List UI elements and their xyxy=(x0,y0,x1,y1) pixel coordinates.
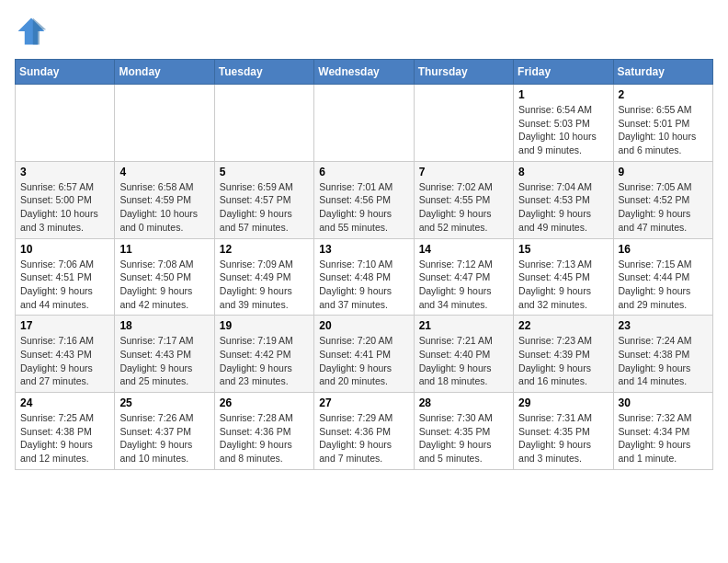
calendar-week-row: 24Sunrise: 7:25 AM Sunset: 4:38 PM Dayli… xyxy=(16,393,713,470)
day-info: Sunrise: 7:32 AM Sunset: 4:34 PM Dayligh… xyxy=(619,411,708,465)
day-info: Sunrise: 6:57 AM Sunset: 5:00 PM Dayligh… xyxy=(20,180,109,235)
day-number: 19 xyxy=(220,319,309,332)
day-info: Sunrise: 6:54 AM Sunset: 5:03 PM Dayligh… xyxy=(518,103,608,157)
calendar-cell: 2Sunrise: 6:55 AM Sunset: 5:01 PM Daylig… xyxy=(613,85,712,162)
calendar-cell xyxy=(16,85,115,162)
calendar-cell xyxy=(314,85,414,162)
day-number: 30 xyxy=(619,396,708,409)
day-number: 27 xyxy=(319,396,408,409)
calendar-cell: 11Sunrise: 7:08 AM Sunset: 4:50 PM Dayli… xyxy=(115,238,214,316)
day-info: Sunrise: 7:31 AM Sunset: 4:35 PM Dayligh… xyxy=(518,411,608,465)
calendar-cell: 17Sunrise: 7:16 AM Sunset: 4:43 PM Dayli… xyxy=(16,316,115,393)
weekday-header: Friday xyxy=(514,60,613,85)
day-number: 25 xyxy=(119,396,209,409)
calendar-week-row: 17Sunrise: 7:16 AM Sunset: 4:43 PM Dayli… xyxy=(16,316,713,393)
day-info: Sunrise: 7:12 AM Sunset: 4:47 PM Dayligh… xyxy=(419,258,508,312)
day-info: Sunrise: 7:29 AM Sunset: 4:36 PM Dayligh… xyxy=(319,411,408,465)
calendar-cell: 6Sunrise: 7:01 AM Sunset: 4:56 PM Daylig… xyxy=(314,161,414,238)
calendar-cell: 13Sunrise: 7:10 AM Sunset: 4:48 PM Dayli… xyxy=(314,238,414,316)
weekday-header: Monday xyxy=(115,60,214,85)
calendar-cell: 16Sunrise: 7:15 AM Sunset: 4:44 PM Dayli… xyxy=(613,238,712,316)
calendar-cell: 18Sunrise: 7:17 AM Sunset: 4:43 PM Dayli… xyxy=(115,316,214,393)
calendar-cell: 10Sunrise: 7:06 AM Sunset: 4:51 PM Dayli… xyxy=(16,238,115,316)
day-number: 11 xyxy=(119,243,209,256)
day-number: 1 xyxy=(518,88,608,101)
day-number: 17 xyxy=(20,319,109,332)
day-info: Sunrise: 7:01 AM Sunset: 4:56 PM Dayligh… xyxy=(319,180,408,235)
day-number: 28 xyxy=(419,396,508,409)
calendar-cell: 19Sunrise: 7:19 AM Sunset: 4:42 PM Dayli… xyxy=(214,316,313,393)
calendar-week-row: 10Sunrise: 7:06 AM Sunset: 4:51 PM Dayli… xyxy=(16,238,713,316)
day-info: Sunrise: 7:20 AM Sunset: 4:41 PM Dayligh… xyxy=(319,334,408,388)
day-info: Sunrise: 7:23 AM Sunset: 4:39 PM Dayligh… xyxy=(518,334,608,388)
calendar-cell: 8Sunrise: 7:04 AM Sunset: 4:53 PM Daylig… xyxy=(514,161,613,238)
svg-marker-0 xyxy=(18,18,45,45)
day-number: 5 xyxy=(220,166,309,178)
day-info: Sunrise: 7:26 AM Sunset: 4:37 PM Dayligh… xyxy=(119,411,209,465)
calendar-cell: 7Sunrise: 7:02 AM Sunset: 4:55 PM Daylig… xyxy=(414,161,513,238)
day-number: 3 xyxy=(20,166,109,178)
calendar-table: SundayMondayTuesdayWednesdayThursdayFrid… xyxy=(15,59,713,470)
calendar-cell: 25Sunrise: 7:26 AM Sunset: 4:37 PM Dayli… xyxy=(115,393,214,470)
day-number: 4 xyxy=(119,166,209,178)
calendar-cell: 1Sunrise: 6:54 AM Sunset: 5:03 PM Daylig… xyxy=(514,85,613,162)
weekday-header-row: SundayMondayTuesdayWednesdayThursdayFrid… xyxy=(16,60,713,85)
day-number: 20 xyxy=(319,319,408,332)
day-number: 8 xyxy=(518,166,608,178)
day-info: Sunrise: 7:24 AM Sunset: 4:38 PM Dayligh… xyxy=(619,334,708,388)
calendar-cell: 23Sunrise: 7:24 AM Sunset: 4:38 PM Dayli… xyxy=(613,316,712,393)
day-number: 24 xyxy=(20,396,109,409)
calendar-cell: 12Sunrise: 7:09 AM Sunset: 4:49 PM Dayli… xyxy=(214,238,313,316)
day-info: Sunrise: 7:04 AM Sunset: 4:53 PM Dayligh… xyxy=(518,180,608,235)
day-info: Sunrise: 7:10 AM Sunset: 4:48 PM Dayligh… xyxy=(319,258,408,312)
weekday-header: Saturday xyxy=(613,60,712,85)
day-info: Sunrise: 7:05 AM Sunset: 4:52 PM Dayligh… xyxy=(619,180,708,235)
weekday-header: Wednesday xyxy=(314,60,414,85)
weekday-header: Thursday xyxy=(414,60,513,85)
day-number: 10 xyxy=(20,243,109,256)
calendar-week-row: 3Sunrise: 6:57 AM Sunset: 5:00 PM Daylig… xyxy=(16,161,713,238)
calendar-week-row: 1Sunrise: 6:54 AM Sunset: 5:03 PM Daylig… xyxy=(16,85,713,162)
day-info: Sunrise: 7:02 AM Sunset: 4:55 PM Dayligh… xyxy=(419,180,508,235)
day-info: Sunrise: 6:55 AM Sunset: 5:01 PM Dayligh… xyxy=(619,103,708,157)
calendar-cell: 29Sunrise: 7:31 AM Sunset: 4:35 PM Dayli… xyxy=(514,393,613,470)
day-number: 2 xyxy=(619,88,708,101)
calendar-cell: 20Sunrise: 7:20 AM Sunset: 4:41 PM Dayli… xyxy=(314,316,414,393)
day-number: 14 xyxy=(419,243,508,256)
day-number: 6 xyxy=(319,166,408,178)
calendar-cell: 14Sunrise: 7:12 AM Sunset: 4:47 PM Dayli… xyxy=(414,238,513,316)
calendar-cell: 26Sunrise: 7:28 AM Sunset: 4:36 PM Dayli… xyxy=(214,393,313,470)
day-number: 22 xyxy=(518,319,608,332)
calendar-cell: 15Sunrise: 7:13 AM Sunset: 4:45 PM Dayli… xyxy=(514,238,613,316)
page-header xyxy=(15,15,713,48)
day-number: 13 xyxy=(319,243,408,256)
calendar-cell: 3Sunrise: 6:57 AM Sunset: 5:00 PM Daylig… xyxy=(16,161,115,238)
day-info: Sunrise: 7:06 AM Sunset: 4:51 PM Dayligh… xyxy=(20,258,109,312)
day-info: Sunrise: 7:21 AM Sunset: 4:40 PM Dayligh… xyxy=(419,334,508,388)
day-info: Sunrise: 7:16 AM Sunset: 4:43 PM Dayligh… xyxy=(20,334,109,388)
calendar-cell: 28Sunrise: 7:30 AM Sunset: 4:35 PM Dayli… xyxy=(414,393,513,470)
calendar-cell xyxy=(115,85,214,162)
calendar-cell: 5Sunrise: 6:59 AM Sunset: 4:57 PM Daylig… xyxy=(214,161,313,238)
calendar-cell: 9Sunrise: 7:05 AM Sunset: 4:52 PM Daylig… xyxy=(613,161,712,238)
day-number: 26 xyxy=(220,396,309,409)
day-number: 16 xyxy=(619,243,708,256)
day-number: 12 xyxy=(220,243,309,256)
calendar-cell xyxy=(414,85,513,162)
calendar-cell: 21Sunrise: 7:21 AM Sunset: 4:40 PM Dayli… xyxy=(414,316,513,393)
day-info: Sunrise: 7:09 AM Sunset: 4:49 PM Dayligh… xyxy=(220,258,309,312)
weekday-header: Sunday xyxy=(16,60,115,85)
calendar-cell: 24Sunrise: 7:25 AM Sunset: 4:38 PM Dayli… xyxy=(16,393,115,470)
day-number: 21 xyxy=(419,319,508,332)
weekday-header: Tuesday xyxy=(214,60,313,85)
day-info: Sunrise: 7:15 AM Sunset: 4:44 PM Dayligh… xyxy=(619,258,708,312)
day-number: 9 xyxy=(619,166,708,178)
calendar-cell: 22Sunrise: 7:23 AM Sunset: 4:39 PM Dayli… xyxy=(514,316,613,393)
day-info: Sunrise: 7:30 AM Sunset: 4:35 PM Dayligh… xyxy=(419,411,508,465)
calendar-cell: 4Sunrise: 6:58 AM Sunset: 4:59 PM Daylig… xyxy=(115,161,214,238)
calendar-cell: 27Sunrise: 7:29 AM Sunset: 4:36 PM Dayli… xyxy=(314,393,414,470)
day-info: Sunrise: 6:58 AM Sunset: 4:59 PM Dayligh… xyxy=(119,180,209,235)
calendar-cell: 30Sunrise: 7:32 AM Sunset: 4:34 PM Dayli… xyxy=(613,393,712,470)
day-info: Sunrise: 7:13 AM Sunset: 4:45 PM Dayligh… xyxy=(518,258,608,312)
day-info: Sunrise: 7:08 AM Sunset: 4:50 PM Dayligh… xyxy=(119,258,209,312)
